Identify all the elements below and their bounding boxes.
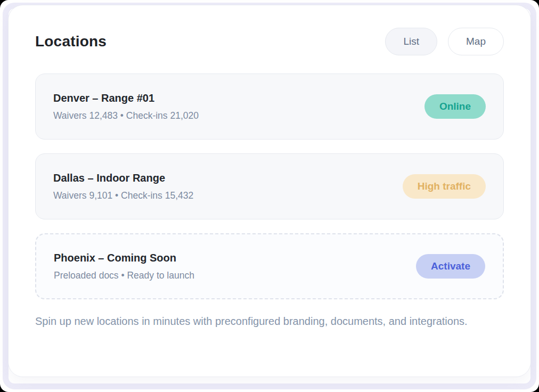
- location-row-dallas[interactable]: Dallas – Indoor Range Waivers 9,101 • Ch…: [35, 153, 504, 219]
- location-name: Phoenix – Coming Soon: [54, 251, 194, 265]
- list-view-button[interactable]: List: [385, 28, 437, 55]
- page-title: Locations: [35, 33, 107, 50]
- activate-button[interactable]: Activate: [416, 254, 485, 279]
- location-stats: Waivers 12,483 • Check-ins 21,020: [53, 110, 199, 122]
- screen: Locations List Map Denver – Range #01 Wa…: [0, 0, 539, 392]
- footer-note: Spin up new locations in minutes with pr…: [35, 313, 504, 330]
- location-name: Denver – Range #01: [53, 91, 199, 105]
- status-badge-high-traffic: High traffic: [403, 174, 486, 199]
- location-info: Denver – Range #01 Waivers 12,483 • Chec…: [53, 91, 199, 122]
- panel-header: Locations List Map: [35, 28, 504, 55]
- location-row-denver[interactable]: Denver – Range #01 Waivers 12,483 • Chec…: [35, 74, 504, 140]
- status-badge-online: Online: [424, 94, 486, 119]
- location-stats: Preloaded docs • Ready to launch: [54, 270, 194, 282]
- location-row-phoenix[interactable]: Phoenix – Coming Soon Preloaded docs • R…: [35, 233, 504, 299]
- location-info: Dallas – Indoor Range Waivers 9,101 • Ch…: [53, 171, 193, 202]
- map-view-button[interactable]: Map: [448, 28, 504, 55]
- view-toggle: List Map: [385, 28, 504, 55]
- location-name: Dallas – Indoor Range: [53, 171, 193, 185]
- location-info: Phoenix – Coming Soon Preloaded docs • R…: [54, 251, 194, 282]
- locations-panel: Locations List Map Denver – Range #01 Wa…: [8, 5, 531, 377]
- location-stats: Waivers 9,101 • Check-ins 15,432: [53, 190, 193, 202]
- locations-list: Denver – Range #01 Waivers 12,483 • Chec…: [35, 74, 504, 299]
